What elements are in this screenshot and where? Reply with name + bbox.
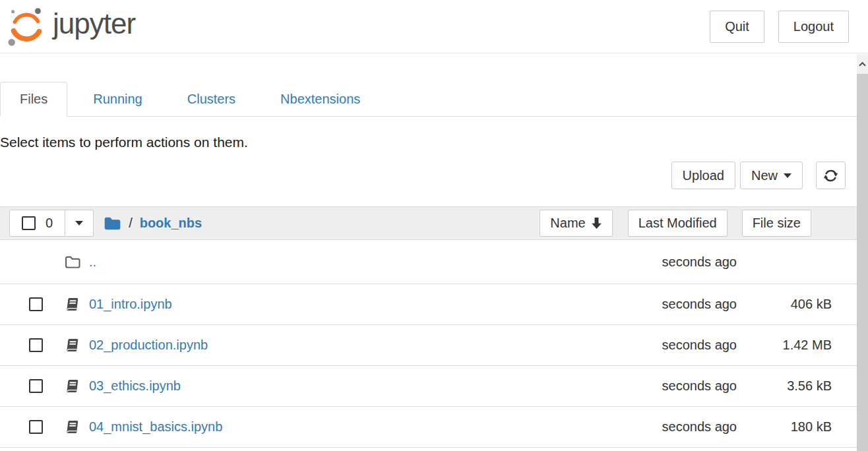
notebook-link[interactable]: 01_intro.ipynb [89, 297, 172, 312]
notebook-link[interactable]: 04_mnist_basics.ipynb [89, 419, 222, 435]
chevron-down-icon [75, 221, 83, 226]
refresh-icon [823, 168, 838, 183]
sort-buttons: Name Last Modified File size [540, 210, 811, 237]
row-checkbox[interactable] [29, 297, 43, 311]
last-modified-value: seconds ago [605, 297, 737, 312]
select-all-button-group: 0 [9, 210, 94, 237]
file-size-value: 180 kB [737, 419, 832, 435]
refresh-button[interactable] [816, 162, 846, 189]
file-list: .. seconds ago 01_int [0, 240, 857, 448]
notebook-icon [65, 338, 82, 353]
list-item-notebook: 02_production.ipynb seconds ago 1.42 MB [0, 325, 857, 366]
parent-folder-link[interactable]: .. [89, 255, 96, 270]
main-content: Files Running Clusters Nbextensions Sele… [0, 82, 857, 448]
tab-clusters[interactable]: Clusters [168, 82, 255, 117]
tab-running[interactable]: Running [73, 82, 162, 117]
sort-by-file-size-button[interactable]: File size [742, 210, 811, 237]
folder-icon [104, 216, 121, 231]
sort-name-label: Name [550, 216, 585, 231]
app-header: jupyter Quit Logout [0, 0, 868, 53]
notebook-icon [65, 297, 82, 313]
scrollbar-thumb[interactable] [857, 74, 868, 451]
file-size-value: 406 kB [737, 297, 832, 312]
select-filter-dropdown-button[interactable] [65, 210, 94, 237]
arrow-down-icon [591, 217, 602, 229]
logout-button[interactable]: Logout [778, 11, 849, 43]
vertical-scrollbar[interactable] [857, 54, 868, 451]
file-size-value: 3.56 kB [737, 378, 832, 394]
file-size-value: 1.42 MB [737, 338, 832, 353]
jupyter-planet-icon [5, 6, 46, 47]
notebook-toolbar: Upload New [0, 162, 857, 189]
breadcrumb-separator: / [129, 216, 133, 231]
breadcrumb-current-dir: book_nbs [140, 216, 202, 231]
folder-outline-icon [65, 255, 82, 269]
sort-by-last-modified-button[interactable]: Last Modified [628, 210, 728, 237]
tab-nbextensions[interactable]: Nbextensions [261, 82, 380, 117]
row-checkbox[interactable] [29, 420, 43, 434]
scrollbar-up-button[interactable] [857, 54, 868, 74]
last-modified-value: seconds ago [605, 378, 737, 394]
last-modified-value: seconds ago [605, 255, 737, 270]
selected-count: 0 [46, 216, 53, 231]
list-item-notebook: 01_intro.ipynb seconds ago 406 kB [0, 284, 857, 325]
new-dropdown-button[interactable]: New [740, 162, 803, 189]
list-item-parent-folder: .. seconds ago [0, 240, 857, 284]
breadcrumb: / book_nbs [104, 216, 202, 231]
notebook-link[interactable]: 02_production.ipynb [89, 338, 208, 353]
quit-button[interactable]: Quit [710, 11, 764, 43]
last-modified-value: seconds ago [605, 338, 737, 353]
breadcrumb-root-link[interactable] [104, 216, 121, 231]
list-item-notebook: 03_ethics.ipynb seconds ago 3.56 kB [0, 366, 857, 407]
select-all-button[interactable]: 0 [9, 210, 65, 237]
chevron-down-icon [784, 173, 791, 178]
list-header-bar: 0 / book_nbs Name [0, 206, 857, 240]
row-checkbox[interactable] [29, 338, 43, 352]
jupyter-logo[interactable]: jupyter [5, 6, 135, 47]
tab-files[interactable]: Files [0, 82, 67, 117]
notebook-icon [65, 378, 82, 394]
select-items-instructions: Select items to perform actions on them. [0, 135, 857, 150]
notebook-icon [65, 419, 82, 435]
upload-button[interactable]: Upload [671, 162, 735, 189]
sort-by-name-button[interactable]: Name [540, 210, 612, 237]
chevron-up-icon [859, 62, 866, 67]
new-dropdown-label: New [751, 168, 778, 183]
last-modified-value: seconds ago [605, 419, 737, 435]
logo-wordmark: jupyter [53, 7, 135, 40]
notebook-link[interactable]: 03_ethics.ipynb [89, 378, 181, 394]
select-all-checkbox[interactable] [22, 216, 36, 230]
row-checkbox[interactable] [29, 379, 43, 393]
tab-bar: Files Running Clusters Nbextensions [0, 82, 857, 117]
list-item-notebook: 04_mnist_basics.ipynb seconds ago 180 kB [0, 407, 857, 448]
